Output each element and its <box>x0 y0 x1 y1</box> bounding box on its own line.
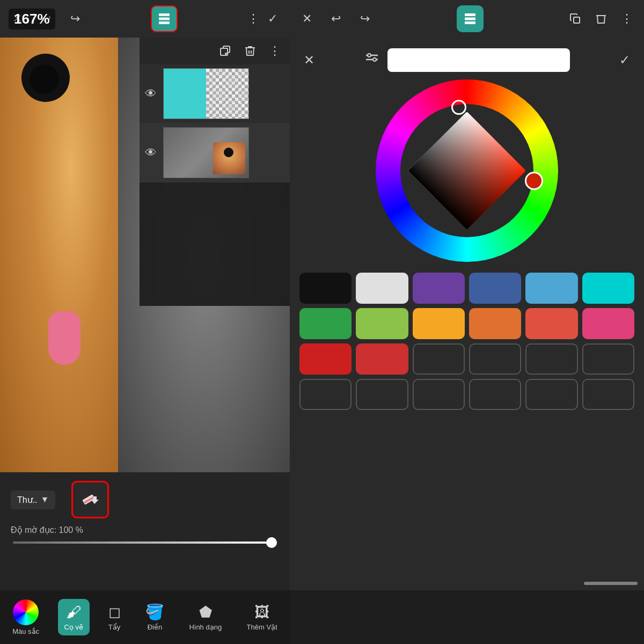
swatch-green[interactable] <box>299 308 352 339</box>
layer-eye-1[interactable]: 👁 <box>143 87 159 101</box>
left-more-btn[interactable]: ⋮ <box>244 9 263 28</box>
wheel-handle-white[interactable] <box>451 100 466 115</box>
left-zoom-label: 167% <box>9 9 55 30</box>
left-tool-mausac[interactable]: Màu sắc <box>6 595 46 640</box>
swatch-empty-3[interactable] <box>525 343 577 375</box>
left-redo-btn[interactable]: ↪ <box>65 9 85 28</box>
layer-eye-2[interactable]: 👁 <box>143 146 159 160</box>
opacity-row: Độ mờ đục: 100 % <box>11 525 279 535</box>
left-tool-dien-label: Điền <box>148 623 163 631</box>
right-layers-btn[interactable] <box>457 5 484 32</box>
swatch-empty-4[interactable] <box>582 343 634 375</box>
right-copy-btn[interactable] <box>566 9 585 28</box>
swatch-empty-1[interactable] <box>413 343 465 375</box>
swatch-red1[interactable] <box>299 343 352 375</box>
right-undo-btn[interactable]: ↩ <box>326 9 346 28</box>
color-picker-header: ✕ ✓ <box>299 48 634 72</box>
swatch-purple[interactable] <box>413 273 465 304</box>
color-picker-confirm-btn[interactable]: ✓ <box>615 50 634 70</box>
cat-orange-layer <box>0 38 118 472</box>
opacity-label: Độ mờ đục: 100 % <box>11 525 83 535</box>
swatch-empty-9[interactable] <box>525 379 577 410</box>
hex-input-field[interactable] <box>387 48 570 72</box>
layer-delete-btn[interactable] <box>240 41 260 61</box>
svg-rect-9 <box>465 18 475 20</box>
swatch-empty-5[interactable] <box>299 379 352 410</box>
swatch-coral[interactable] <box>525 308 577 339</box>
left-panel: ✕ ↩ ↪ ⋮ ✓ <box>0 0 290 644</box>
opacity-thumb[interactable] <box>266 537 277 548</box>
blend-row: Thư.. ▼ <box>11 481 279 518</box>
left-bottom-controls: Thư.. ▼ Độ mờ đục: 100 % <box>0 472 290 590</box>
swatch-empty-10[interactable] <box>582 379 634 410</box>
swatch-lightblue[interactable] <box>525 273 577 304</box>
erase-btn[interactable] <box>71 481 109 518</box>
right-more-btn[interactable]: ⋮ <box>617 9 636 28</box>
layer-panel-toolbar: ⋮ <box>140 38 290 64</box>
left-tool-hinhdang[interactable]: ⬟ Hình dạng <box>182 599 228 635</box>
left-top-bar-right: ⋮ ✓ <box>244 9 282 28</box>
swatch-lightgreen[interactable] <box>356 308 408 339</box>
layer-thumb-1 <box>163 68 249 119</box>
swatch-blue[interactable] <box>469 273 521 304</box>
svg-rect-0 <box>159 13 170 16</box>
svg-rect-3 <box>221 48 228 55</box>
layer-thumb-2 <box>163 127 249 178</box>
sat-brightness-picker <box>408 112 526 230</box>
right-close-btn[interactable]: ✕ <box>297 9 317 28</box>
right-redo-btn[interactable]: ↪ <box>355 9 375 28</box>
swatch-yellow[interactable] <box>413 308 465 339</box>
left-tool-tay[interactable]: ◻ Tẩy <box>102 599 127 635</box>
left-canvas-area: ⋮ 👁 👁 <box>0 38 290 472</box>
right-top-bar-left: ✕ ↩ ↪ <box>297 9 375 28</box>
swatch-pink[interactable] <box>582 308 634 339</box>
left-top-bar-center <box>151 5 178 32</box>
swatch-cyan[interactable] <box>582 273 634 304</box>
left-tool-dien[interactable]: 🪣 Điền <box>139 599 171 635</box>
swatch-empty-7[interactable] <box>413 379 465 410</box>
swatch-white[interactable] <box>356 273 408 304</box>
cat-tongue <box>48 311 80 365</box>
color-wheel-inner <box>400 104 533 237</box>
layer-item-1[interactable]: 👁 <box>140 64 290 123</box>
swatch-orange[interactable] <box>469 308 521 339</box>
swatch-empty-2[interactable] <box>469 343 521 375</box>
dark-gradient <box>408 112 526 230</box>
color-picker-controls <box>364 48 570 72</box>
right-top-bar-right: ⋮ <box>566 9 636 28</box>
shapes-icon: ⬟ <box>199 603 212 621</box>
left-tool-themvat-label: Thêm Vật <box>247 623 277 631</box>
swatch-red2[interactable] <box>356 343 408 375</box>
color-wheel-large[interactable] <box>376 79 558 262</box>
color-picker-scrollbar <box>584 582 638 585</box>
color-swatches-grid <box>299 273 634 410</box>
svg-point-15 <box>373 58 376 61</box>
left-tool-cove[interactable]: 🖌 Cọ vẽ <box>58 599 90 635</box>
swatch-black[interactable] <box>299 273 352 304</box>
swatch-empty-8[interactable] <box>469 379 521 410</box>
swatch-empty-6[interactable] <box>356 379 408 410</box>
left-tool-cove-label: Cọ vẽ <box>64 623 84 631</box>
fill-icon: 🪣 <box>145 603 164 621</box>
wheel-handle-red[interactable] <box>525 172 543 190</box>
left-confirm-btn[interactable]: ✓ <box>263 9 282 28</box>
blend-mode-select[interactable]: Thư.. ▼ <box>11 491 55 509</box>
right-top-bar: ✕ ↩ ↪ <box>290 0 644 38</box>
brush-icon: 🖌 <box>66 603 81 621</box>
filter-icon-btn[interactable] <box>364 51 380 69</box>
left-layers-btn[interactable] <box>151 5 178 32</box>
layer-item-2[interactable]: 👁 <box>140 123 290 182</box>
svg-rect-8 <box>465 13 475 16</box>
right-delete-btn[interactable] <box>591 9 611 28</box>
svg-rect-1 <box>159 18 170 20</box>
color-picker-panel: ✕ ✓ <box>290 38 644 590</box>
left-tool-themvat[interactable]: 🖼 Thêm Vật <box>240 599 284 635</box>
eraser-icon: ◻ <box>108 603 121 621</box>
right-top-bar-center <box>457 5 484 32</box>
layer-add-btn[interactable] <box>216 41 235 61</box>
layer-more-btn[interactable]: ⋮ <box>265 41 284 61</box>
opacity-slider-container <box>11 541 279 544</box>
color-picker-close-btn[interactable]: ✕ <box>299 50 319 70</box>
opacity-slider[interactable] <box>13 541 277 544</box>
addimage-icon: 🖼 <box>254 603 269 621</box>
